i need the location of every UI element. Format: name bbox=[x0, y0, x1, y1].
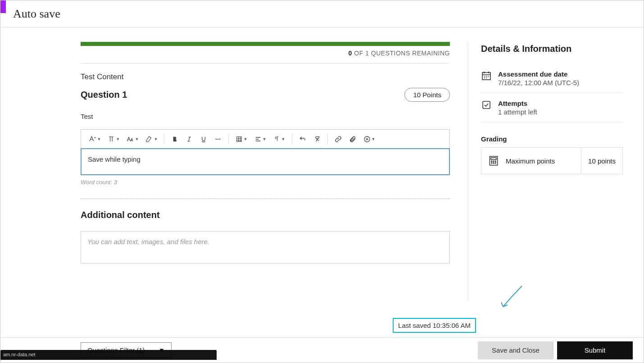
svg-rect-3 bbox=[236, 136, 241, 141]
svg-point-11 bbox=[495, 161, 496, 162]
svg-point-0 bbox=[216, 138, 217, 139]
undo-icon[interactable] bbox=[296, 132, 309, 146]
attempts-text: Attempts 1 attempt left bbox=[498, 100, 537, 116]
svg-rect-5 bbox=[482, 73, 490, 80]
due-date-label: Assessment due date bbox=[498, 70, 579, 78]
paragraph-format-icon[interactable]: ▼ bbox=[104, 132, 122, 146]
progress-bar bbox=[81, 42, 450, 46]
page-title: Auto save bbox=[13, 7, 60, 21]
due-date-text: Assessment due date 7/16/22, 12:00 AM (U… bbox=[498, 70, 579, 86]
answer-textarea[interactable]: Save while typing bbox=[81, 148, 450, 175]
svg-rect-6 bbox=[483, 101, 490, 109]
attachment-icon[interactable] bbox=[346, 132, 359, 146]
text-style-icon[interactable]: ▼ bbox=[86, 132, 104, 146]
last-saved-badge: Last saved 10:35:06 AM bbox=[393, 318, 476, 333]
question-prompt: Test bbox=[81, 113, 450, 120]
font-icon[interactable]: ▼ bbox=[123, 132, 141, 146]
questions-remaining: 0 OF 1 QUESTIONS REMAINING bbox=[81, 46, 450, 64]
underline-icon[interactable] bbox=[197, 132, 210, 146]
grading-section-label: Grading bbox=[481, 135, 623, 143]
question-title: Question 1 bbox=[81, 90, 127, 100]
grading-label-text: Maximum points bbox=[506, 157, 555, 165]
annotation-arrow-icon bbox=[495, 282, 526, 314]
highlight-icon[interactable]: ▼ bbox=[142, 132, 160, 146]
toolbar-divider bbox=[164, 134, 164, 145]
svg-point-12 bbox=[491, 163, 492, 163]
svg-point-2 bbox=[219, 138, 220, 139]
additional-content-area[interactable]: You can add text, images, and files here… bbox=[81, 231, 450, 263]
svg-point-1 bbox=[218, 138, 218, 139]
toolbar-divider bbox=[327, 134, 328, 145]
link-icon[interactable] bbox=[331, 132, 345, 146]
browser-status-strip: am.nr-data.net bbox=[0, 350, 217, 360]
panel-accent bbox=[0, 0, 6, 13]
editor-toolbar: ▼ ▼ ▼ ▼ bbox=[81, 129, 450, 148]
insert-plus-icon[interactable]: ▼ bbox=[360, 132, 378, 146]
attempts-label: Attempts bbox=[498, 100, 537, 107]
content-area: 0 OF 1 QUESTIONS REMAINING Test Content … bbox=[0, 27, 644, 337]
clear-format-icon[interactable] bbox=[310, 132, 324, 146]
align-icon[interactable]: ▼ bbox=[251, 132, 269, 146]
remaining-count: 0 bbox=[349, 50, 352, 57]
italic-icon[interactable] bbox=[182, 132, 196, 146]
svg-point-10 bbox=[493, 161, 494, 162]
grading-points-value: 10 points bbox=[581, 148, 622, 174]
toolbar-divider bbox=[228, 134, 229, 145]
additional-content-title: Additional content bbox=[81, 210, 450, 220]
checkbox-icon bbox=[481, 100, 492, 110]
submit-button[interactable]: Submit bbox=[557, 341, 633, 359]
section-divider bbox=[81, 198, 450, 199]
calendar-icon bbox=[481, 70, 492, 81]
bold-icon[interactable] bbox=[168, 132, 181, 146]
more-formatting-icon[interactable] bbox=[211, 132, 225, 146]
grading-box: Maximum points 10 points bbox=[481, 147, 623, 174]
svg-point-9 bbox=[491, 161, 492, 162]
svg-rect-8 bbox=[491, 158, 496, 159]
attempts-value: 1 attempt left bbox=[498, 108, 537, 116]
points-badge: 10 Points bbox=[404, 88, 450, 102]
rich-text-editor: ▼ ▼ ▼ ▼ bbox=[81, 129, 450, 175]
additional-placeholder: You can add text, images, and files here… bbox=[87, 238, 209, 245]
due-date-value: 7/16/22, 12:00 AM (UTC-5) bbox=[498, 79, 579, 86]
svg-point-14 bbox=[495, 163, 496, 163]
top-bar: Auto save bbox=[0, 0, 644, 27]
side-panel: Details & Information Assessment due dat… bbox=[468, 42, 623, 301]
text-direction-icon[interactable]: ▼ bbox=[270, 132, 288, 146]
attempts-row: Attempts 1 attempt left bbox=[481, 93, 623, 123]
toolbar-divider bbox=[292, 134, 292, 145]
test-content-label: Test Content bbox=[81, 73, 450, 82]
due-date-row: Assessment due date 7/16/22, 12:00 AM (U… bbox=[481, 64, 623, 93]
remaining-text: OF 1 QUESTIONS REMAINING bbox=[352, 50, 450, 57]
svg-point-13 bbox=[493, 163, 494, 163]
grading-left: Maximum points bbox=[481, 148, 581, 174]
calculator-icon bbox=[488, 155, 499, 167]
word-count: Word count: 3 bbox=[81, 179, 450, 186]
main-column: 0 OF 1 QUESTIONS REMAINING Test Content … bbox=[81, 42, 450, 301]
table-icon[interactable]: ▼ bbox=[232, 132, 250, 146]
question-header-row: Question 1 10 Points bbox=[81, 88, 450, 102]
save-and-close-button[interactable]: Save and Close bbox=[478, 341, 553, 359]
details-title: Details & Information bbox=[481, 44, 623, 54]
